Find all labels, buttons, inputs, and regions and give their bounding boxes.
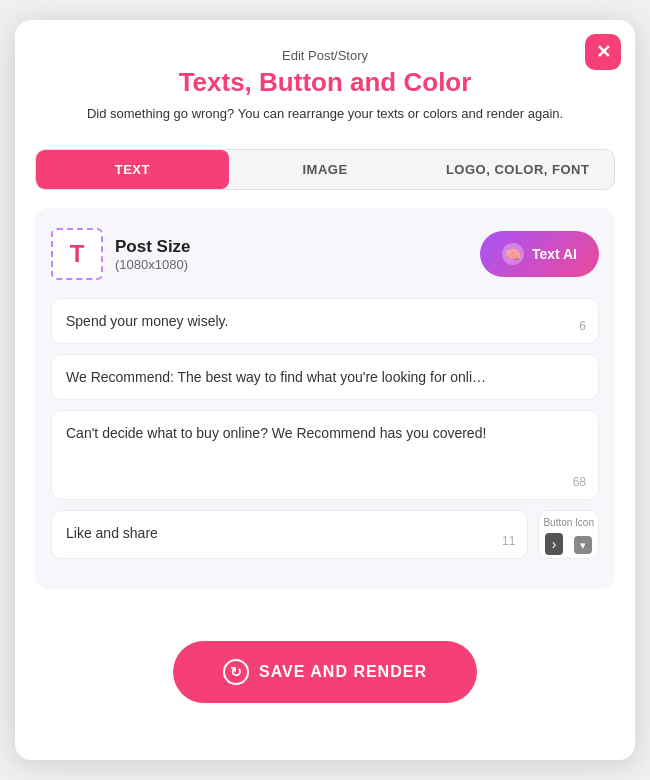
save-render-button[interactable]: ↻ SAVE AND RENDER (173, 641, 477, 703)
right-arrow-icon: › (545, 533, 564, 555)
text-field-3-content: Can't decide what to buy online? We Reco… (66, 425, 584, 441)
modal-title: Texts, Button and Color (35, 67, 615, 98)
content-area: T Post Size (1080x1080) 🧠 Text AI Spend … (35, 208, 615, 589)
text-field-inline-content: Like and share (66, 525, 513, 541)
post-size-text: Post Size (1080x1080) (115, 237, 191, 272)
text-field-inline-row: Like and share 11 Button Icon › ▾ (51, 510, 599, 559)
modal-container: ✕ Edit Post/Story Texts, Button and Colo… (15, 20, 635, 760)
text-ai-button[interactable]: 🧠 Text AI (480, 231, 599, 277)
post-size-left: T Post Size (1080x1080) (51, 228, 191, 280)
text-field-inline[interactable]: Like and share 11 (51, 510, 528, 559)
text-field-3[interactable]: Can't decide what to buy online? We Reco… (51, 410, 599, 500)
modal-subtitle: Edit Post/Story (35, 48, 615, 63)
tab-text[interactable]: TEXT (36, 150, 229, 189)
text-ai-label: Text AI (532, 246, 577, 262)
button-icon-group: Button Icon › ▾ (538, 510, 599, 559)
tab-image[interactable]: IMAGE (229, 150, 422, 189)
text-field-3-count: 68 (573, 475, 586, 489)
post-size-label: Post Size (115, 237, 191, 257)
button-icon-label: Button Icon (539, 511, 598, 530)
post-size-row: T Post Size (1080x1080) 🧠 Text AI (51, 228, 599, 280)
dropdown-icon: ▾ (574, 536, 592, 554)
text-field-2-content: We Recommend: The best way to find what … (66, 369, 584, 385)
tab-bar: TEXT IMAGE LOGO, COLOR, FONT (35, 149, 615, 190)
save-render-label: SAVE AND RENDER (259, 663, 427, 681)
text-field-1-count: 6 (579, 319, 586, 333)
tab-logo-color-font[interactable]: LOGO, COLOR, FONT (421, 150, 614, 189)
modal-description: Did something go wrong? You can rearrang… (35, 106, 615, 121)
post-size-dims: (1080x1080) (115, 257, 191, 272)
close-button[interactable]: ✕ (585, 34, 621, 70)
button-icon-arrow-row: › ▾ (539, 530, 598, 558)
text-ai-icon: 🧠 (502, 243, 524, 265)
text-field-1[interactable]: Spend your money wisely. 6 (51, 298, 599, 344)
post-icon: T (51, 228, 103, 280)
save-render-row: ↻ SAVE AND RENDER (15, 613, 635, 703)
post-icon-t-letter: T (70, 240, 85, 268)
button-icon-dropdown-btn[interactable]: ▾ (569, 530, 598, 558)
modal-header: Edit Post/Story Texts, Button and Color … (15, 20, 635, 131)
text-field-1-content: Spend your money wisely. (66, 313, 584, 329)
save-render-icon: ↻ (223, 659, 249, 685)
text-field-inline-count: 11 (502, 534, 515, 548)
button-icon-arrow-btn[interactable]: › (539, 530, 568, 558)
text-field-2[interactable]: We Recommend: The best way to find what … (51, 354, 599, 400)
